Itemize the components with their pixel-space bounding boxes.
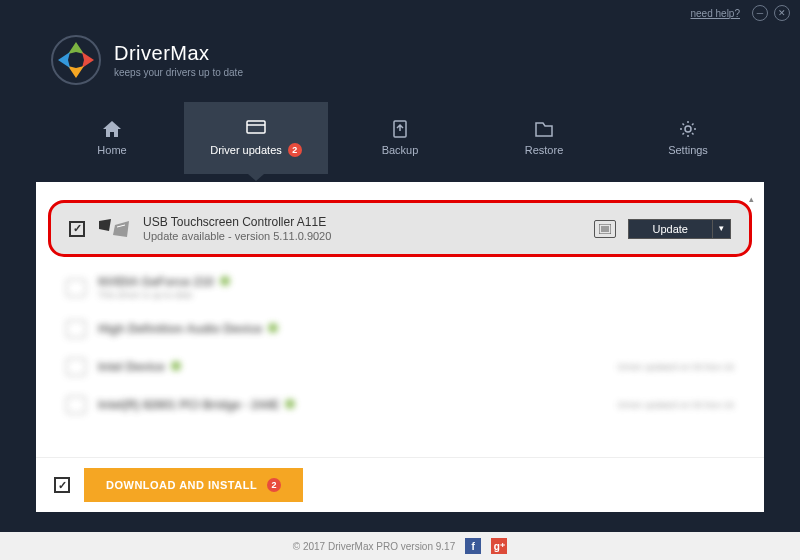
backup-icon: [390, 120, 410, 138]
brand: DriverMax keeps your drivers up to date: [114, 42, 243, 78]
header: DriverMax keeps your drivers up to date: [0, 26, 800, 102]
help-link[interactable]: need help?: [691, 8, 741, 19]
bottom-bar: DOWNLOAD AND INSTALL 2: [36, 457, 764, 512]
driver-row: High Definition Audio Device: [54, 310, 746, 348]
gear-icon: [678, 120, 698, 138]
nav-backup[interactable]: Backup: [328, 102, 472, 174]
scrollbar[interactable]: ▴ ▾: [744, 192, 758, 502]
minimize-button[interactable]: ─: [752, 5, 768, 21]
details-icon[interactable]: [594, 220, 616, 238]
driver-row: Intel Device Driver updated on 03-Nov-16: [54, 348, 746, 386]
nav-home[interactable]: Home: [40, 102, 184, 174]
copyright: © 2017 DriverMax PRO version 9.17: [293, 541, 455, 552]
home-icon: [102, 120, 122, 138]
download-label: DOWNLOAD AND INSTALL: [106, 479, 257, 491]
nav-label: Driver updates: [210, 144, 282, 156]
status-dot-icon: [268, 323, 278, 333]
content-panel: USB Touchscreen Controller A11E Update a…: [36, 182, 764, 512]
close-button[interactable]: ✕: [774, 5, 790, 21]
svg-rect-1: [247, 121, 265, 133]
driver-checkbox[interactable]: [69, 221, 85, 237]
nav-label: Backup: [382, 144, 419, 156]
updates-icon: [246, 119, 266, 137]
driver-date: Driver updated on 03-Nov-16: [618, 362, 734, 372]
driver-name: NVIDIA GeForce 210: [98, 275, 214, 289]
status-dot-icon: [285, 399, 295, 409]
restore-icon: [534, 120, 554, 138]
brand-tagline: keeps your drivers up to date: [114, 67, 243, 78]
update-button[interactable]: Update: [628, 219, 713, 239]
update-dropdown[interactable]: ▾: [713, 219, 731, 239]
download-badge: 2: [267, 478, 281, 492]
update-button-group: Update ▾: [628, 219, 731, 239]
facebook-icon[interactable]: f: [465, 538, 481, 554]
audio-icon: [66, 320, 86, 338]
svg-point-4: [685, 126, 691, 132]
driver-info: USB Touchscreen Controller A11E Update a…: [143, 215, 582, 242]
driver-row: Intel(R) 82801 PCI Bridge - 244E Driver …: [54, 386, 746, 424]
app-logo-icon: [50, 34, 102, 86]
status-dot-icon: [220, 276, 230, 286]
driver-name: Intel(R) 82801 PCI Bridge - 244E: [98, 398, 279, 412]
nav-label: Settings: [668, 144, 708, 156]
driver-date: Driver updated on 03-Nov-16: [618, 400, 734, 410]
driver-sub: This driver is up-to-date: [98, 290, 734, 300]
status-dot-icon: [171, 361, 181, 371]
driver-status: Update available - version 5.11.0.9020: [143, 230, 582, 242]
scroll-up-icon[interactable]: ▴: [744, 192, 758, 206]
nav-restore[interactable]: Restore: [472, 102, 616, 174]
updates-badge: 2: [288, 143, 302, 157]
driver-row-highlighted: USB Touchscreen Controller A11E Update a…: [48, 200, 752, 257]
nav-bar: Home Driver updates 2 Backup Restore Set…: [0, 102, 800, 174]
driver-name: Intel Device: [98, 360, 165, 374]
nav-label: Home: [97, 144, 126, 156]
nav-settings[interactable]: Settings: [616, 102, 760, 174]
driver-row: NVIDIA GeForce 210This driver is up-to-d…: [54, 265, 746, 310]
nav-label: Restore: [525, 144, 564, 156]
nav-driver-updates[interactable]: Driver updates 2: [184, 102, 328, 174]
driver-name: USB Touchscreen Controller A11E: [143, 215, 582, 229]
titlebar: need help? ─ ✕: [0, 0, 800, 26]
monitor-icon: [66, 279, 86, 297]
chip-icon: [66, 396, 86, 414]
brand-name: DriverMax: [114, 42, 243, 65]
driver-name: High Definition Audio Device: [98, 322, 262, 336]
touchscreen-device-icon: [97, 217, 131, 241]
footer: © 2017 DriverMax PRO version 9.17 f g⁺: [0, 532, 800, 560]
download-install-button[interactable]: DOWNLOAD AND INSTALL 2: [84, 468, 303, 502]
chip-icon: [66, 358, 86, 376]
select-all-checkbox[interactable]: [54, 477, 70, 493]
googleplus-icon[interactable]: g⁺: [491, 538, 507, 554]
